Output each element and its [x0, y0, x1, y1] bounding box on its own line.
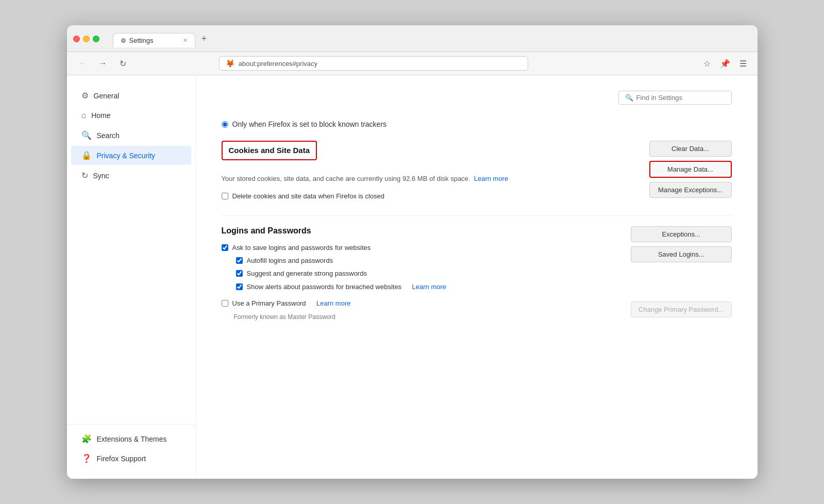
sidebar-item-search-label: Search	[97, 131, 120, 140]
search-icon: 🔍	[81, 130, 92, 140]
tab-bar: ⚙ Settings ✕ +	[113, 30, 212, 47]
settings-tab-icon: ⚙	[121, 37, 126, 44]
primary-password-label: Use a Primary Password	[232, 299, 306, 307]
radio-block-trackers-label: Only when Firefox is set to block known …	[232, 120, 387, 128]
cookies-section-title: Cookies and Site Data	[229, 146, 310, 155]
manage-exceptions-button[interactable]: Manage Exceptions...	[649, 182, 732, 198]
sidebar-item-sync[interactable]: ↻ Sync	[71, 166, 191, 185]
clear-data-button[interactable]: Clear Data...	[649, 141, 732, 157]
cookies-buttons-col: Clear Data... Manage Data... Manage Exce…	[649, 141, 732, 198]
section-divider	[222, 215, 732, 216]
back-button[interactable]: ←	[75, 57, 90, 70]
sidebar-item-extensions-label: Extensions & Themes	[97, 435, 167, 443]
cookies-section-desc: Your stored cookies, site data, and cach…	[222, 174, 639, 184]
address-text: about:preferences#privacy	[239, 60, 317, 68]
forward-button[interactable]: →	[96, 57, 110, 70]
sidebar-item-sync-label: Sync	[93, 172, 109, 180]
primary-password-row: Use a Primary Password Learn more	[222, 299, 621, 308]
search-bar: 🔍	[618, 91, 732, 105]
sidebar-item-support[interactable]: ❓ Firefox Support	[71, 449, 191, 468]
sidebar-item-general[interactable]: ⚙ General	[71, 86, 191, 105]
sidebar-item-home-label: Home	[91, 111, 110, 120]
privacy-icon: 🔒	[81, 150, 92, 160]
ask-save-checkbox[interactable]	[222, 244, 228, 251]
nav-right: ☆ 📌 ☰	[701, 57, 749, 71]
new-tab-button[interactable]: +	[196, 30, 212, 47]
logins-buttons-col: Exceptions... Saved Logins... Change Pri…	[631, 226, 731, 317]
sidebar-item-search[interactable]: 🔍 Search	[71, 126, 191, 145]
cookies-desc-text: Your stored cookies, site data, and cach…	[222, 175, 470, 182]
sidebar-item-privacy-label: Privacy & Security	[97, 152, 156, 160]
support-icon: ❓	[81, 453, 92, 463]
suggest-row: Suggest and generate strong passwords	[222, 270, 621, 277]
sidebar-item-support-label: Firefox Support	[97, 455, 146, 463]
delete-cookies-row: Delete cookies and site data when Firefo…	[222, 192, 639, 200]
settings-main: 🔍 Only when Firefox is set to block know…	[196, 75, 758, 479]
show-alerts-row: Show alerts about passwords for breached…	[222, 282, 621, 292]
autofill-checkbox[interactable]	[236, 257, 243, 264]
logins-section-title: Logins and Passwords	[222, 226, 621, 236]
cookies-section-left: Cookies and Site Data Your stored cookie…	[222, 141, 639, 205]
show-alerts-label: Show alerts about passwords for breached…	[247, 283, 402, 291]
content-area: ⚙ General ⌂ Home 🔍 Search 🔒 Privacy & Se…	[67, 75, 758, 479]
delete-cookies-checkbox[interactable]	[222, 193, 228, 199]
manage-data-button[interactable]: Manage Data...	[649, 161, 732, 178]
cookies-learn-more-link[interactable]: Learn more	[474, 175, 508, 182]
logins-section-left: Logins and Passwords Ask to save logins …	[222, 226, 621, 321]
primary-password-checkbox[interactable]	[222, 300, 228, 307]
sync-icon: ↻	[81, 171, 88, 180]
settings-tab[interactable]: ⚙ Settings ✕	[113, 33, 195, 47]
bookmark-button[interactable]: ☆	[701, 57, 713, 71]
traffic-lights	[73, 36, 99, 42]
settings-tab-label: Settings	[129, 37, 154, 44]
search-bar-icon: 🔍	[625, 94, 633, 102]
tab-close-button[interactable]: ✕	[183, 37, 188, 44]
formerly-known-text: Formerly known as Master Password	[234, 313, 621, 321]
logins-section-row: Logins and Passwords Ask to save logins …	[222, 226, 732, 321]
sidebar-item-general-label: General	[94, 92, 120, 100]
maximize-button[interactable]	[93, 36, 99, 42]
show-alerts-checkbox[interactable]	[236, 283, 243, 290]
nav-bar: ← → ↻ 🦊 about:preferences#privacy ☆ 📌 ☰	[67, 52, 758, 75]
reload-button[interactable]: ↻	[116, 57, 129, 71]
suggest-checkbox[interactable]	[236, 270, 243, 277]
search-input[interactable]	[636, 94, 725, 102]
menu-button[interactable]: ☰	[737, 57, 749, 71]
ask-save-row: Ask to save logins and passwords for web…	[222, 244, 621, 251]
pocket-button[interactable]: 📌	[718, 57, 732, 71]
firefox-icon: 🦊	[226, 59, 234, 68]
close-button[interactable]	[73, 36, 80, 42]
home-icon: ⌂	[81, 111, 87, 120]
ask-save-label: Ask to save logins and passwords for web…	[232, 244, 371, 251]
saved-logins-button[interactable]: Saved Logins...	[631, 246, 731, 262]
show-alerts-learn-more[interactable]: Learn more	[412, 283, 446, 291]
sidebar-bottom: 🧩 Extensions & Themes ❓ Firefox Support	[67, 424, 195, 468]
general-icon: ⚙	[81, 91, 89, 100]
sidebar-item-extensions[interactable]: 🧩 Extensions & Themes	[71, 429, 191, 448]
exceptions-button[interactable]: Exceptions...	[631, 226, 731, 242]
autofill-row: Autofill logins and passwords	[222, 257, 621, 264]
browser-window: ⚙ Settings ✕ + ← → ↻ 🦊 about:preferences…	[67, 25, 758, 479]
cookies-section-row: Cookies and Site Data Your stored cookie…	[222, 141, 732, 205]
extensions-icon: 🧩	[81, 434, 92, 444]
sidebar: ⚙ General ⌂ Home 🔍 Search 🔒 Privacy & Se…	[67, 75, 196, 479]
sidebar-item-privacy[interactable]: 🔒 Privacy & Security	[71, 146, 191, 165]
title-bar: ⚙ Settings ✕ +	[67, 25, 758, 52]
address-bar[interactable]: 🦊 about:preferences#privacy	[219, 56, 528, 71]
search-bar-container: 🔍	[222, 91, 732, 105]
suggest-label: Suggest and generate strong passwords	[247, 270, 367, 277]
delete-cookies-label: Delete cookies and site data when Firefo…	[232, 192, 385, 200]
primary-password-learn-more[interactable]: Learn more	[316, 299, 350, 307]
minimize-button[interactable]	[83, 36, 90, 42]
radio-block-trackers[interactable]	[222, 121, 228, 128]
change-primary-button[interactable]: Change Primary Password...	[631, 301, 731, 317]
radio-option-block-trackers: Only when Firefox is set to block known …	[222, 120, 732, 128]
sidebar-item-home[interactable]: ⌂ Home	[71, 106, 191, 125]
cookies-section-title-box: Cookies and Site Data	[222, 141, 317, 160]
autofill-label: Autofill logins and passwords	[247, 257, 333, 264]
